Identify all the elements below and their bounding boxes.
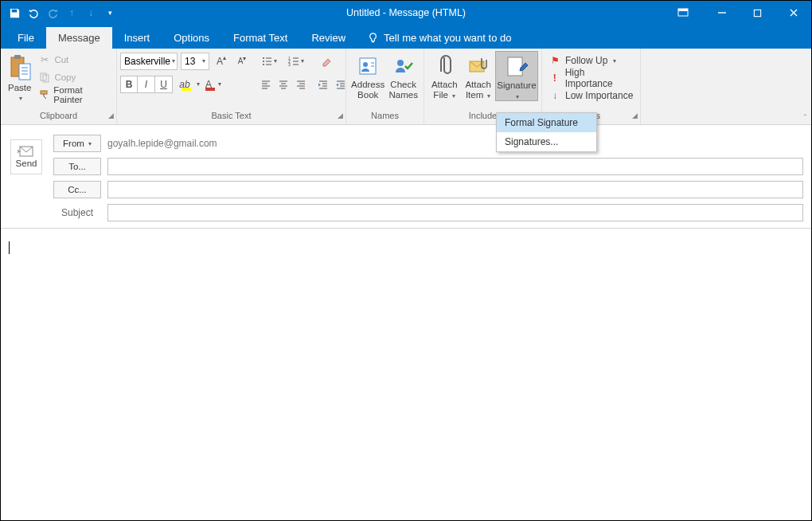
previous-item-icon[interactable]: ↑ [63,4,80,22]
check-names-button[interactable]: Check Names [386,51,420,100]
titlebar: ↑ ↓ ▾ Untitled - Message (HTML) [1,1,811,25]
low-importance-icon: ↓ [548,90,561,101]
font-name-combo[interactable]: Baskerville▾ [120,53,178,70]
tab-file[interactable]: File [6,27,46,49]
group-clipboard: Paste▾ ✂ Cut Copy Format Painte [1,49,117,124]
to-input[interactable] [107,158,803,175]
ribbon-display-options-icon[interactable] [669,1,697,25]
maximize-button[interactable] [740,1,775,25]
save-icon[interactable] [6,4,23,22]
next-item-icon[interactable]: ↓ [82,4,100,22]
undo-icon[interactable] [25,4,42,22]
font-color-button[interactable]: A▾ [201,76,225,93]
message-body[interactable] [1,229,811,267]
tab-insert[interactable]: Insert [112,27,162,49]
tell-me-search[interactable]: Tell me what you want to do [357,27,521,49]
copy-icon [38,71,51,84]
signature-item-formal[interactable]: Formal Signature [497,113,596,132]
send-icon [18,146,35,157]
low-importance-label: Low Importance [565,90,633,101]
address-book-label: Address Book [351,80,385,100]
signature-item-signatures[interactable]: Signatures... [497,132,596,151]
font-name-value: Baskerville [124,56,170,67]
attach-item-icon [465,53,492,80]
shrink-font-button[interactable]: A▾ [233,53,251,70]
tab-review[interactable]: Review [299,27,357,49]
subject-input[interactable] [107,204,803,221]
signature-dropdown: Formal Signature Signatures... [496,112,597,152]
tab-options[interactable]: Options [162,27,221,49]
window-controls [669,1,811,25]
paste-button[interactable]: Paste▾ [4,51,35,102]
group-names: Address Book Check Names Names [346,49,424,124]
send-label: Send [16,159,37,168]
svg-text:3: 3 [288,62,291,67]
text-cursor [9,241,10,254]
svg-rect-3 [754,10,760,16]
to-button[interactable]: To... [53,158,101,175]
minimize-button[interactable] [704,1,740,25]
high-importance-button[interactable]: ! High Importance [545,69,637,87]
bold-button[interactable]: B [120,76,138,93]
numbering-button[interactable]: 123▾ [284,53,308,70]
collapse-ribbon-button[interactable]: ˆ [804,114,806,123]
cc-input[interactable] [107,181,803,198]
svg-point-15 [263,61,264,62]
group-include-label: Include [469,111,497,120]
redo-icon[interactable] [44,4,61,22]
high-importance-label: High Importance [565,67,634,89]
svg-point-46 [363,62,368,67]
cut-label: Cut [54,55,68,65]
compose-header: Send From▾ goyalh.lepide@gmail.com To...… [1,125,811,225]
svg-rect-5 [14,55,21,59]
underline-button[interactable]: U [155,76,173,93]
format-painter-label: Format Painter [53,85,110,104]
svg-point-13 [263,57,264,59]
bullets-button[interactable]: ▾ [257,53,281,70]
scissors-icon: ✂ [38,53,51,66]
format-painter-button[interactable]: Format Painter [35,86,113,104]
font-size-combo[interactable]: 13▾ [181,53,209,70]
check-names-label: Check Names [388,80,417,100]
tab-format-text[interactable]: Format Text [221,27,299,49]
qat-customize-icon[interactable]: ▾ [101,4,119,22]
clear-formatting-button[interactable] [318,53,335,70]
align-center-button[interactable] [275,76,292,93]
dialog-launcher-tags[interactable]: ◢ [632,112,638,119]
italic-button[interactable]: I [138,76,155,93]
signature-icon [503,53,530,80]
grow-font-button[interactable]: A▴ [213,53,230,70]
svg-rect-6 [19,64,30,80]
from-button[interactable]: From▾ [53,135,101,152]
from-button-label: From [63,139,84,148]
signature-button[interactable]: Signature▾ [495,51,538,101]
align-left-button[interactable] [257,76,275,93]
address-book-button[interactable]: Address Book [349,51,386,100]
dialog-launcher-clipboard[interactable]: ◢ [108,112,114,119]
close-button[interactable] [775,1,811,25]
dialog-launcher-basic-text[interactable]: ◢ [338,112,343,119]
tab-message[interactable]: Message [46,27,112,49]
font-size-value: 13 [185,56,195,67]
group-basic-text: Baskerville▾ 13▾ A▴ A▾ B I U ab▾ A▾ [117,49,346,124]
cut-button[interactable]: ✂ Cut [35,51,113,69]
flag-icon: ⚑ [548,55,561,66]
cc-button[interactable]: Cc... [53,181,101,198]
decrease-indent-button[interactable] [314,76,332,93]
copy-button[interactable]: Copy [35,69,113,86]
ribbon: Paste▾ ✂ Cut Copy Format Painte [1,49,811,125]
attach-file-button[interactable]: Attach File ▾ [427,51,461,100]
high-importance-icon: ! [548,72,561,84]
highlight-button[interactable]: ab▾ [178,76,201,93]
signature-label: Signature [497,80,536,90]
format-painter-icon [38,88,50,101]
attach-item-button[interactable]: Attach Item ▾ [461,51,494,100]
send-button[interactable]: Send [10,139,42,174]
align-right-button[interactable] [292,76,310,93]
follow-up-label: Follow Up [565,55,607,66]
copy-label: Copy [54,72,76,82]
svg-point-49 [397,60,404,66]
address-book-icon [354,53,381,80]
low-importance-button[interactable]: ↓ Low Importance [545,87,636,104]
svg-rect-1 [678,9,688,11]
